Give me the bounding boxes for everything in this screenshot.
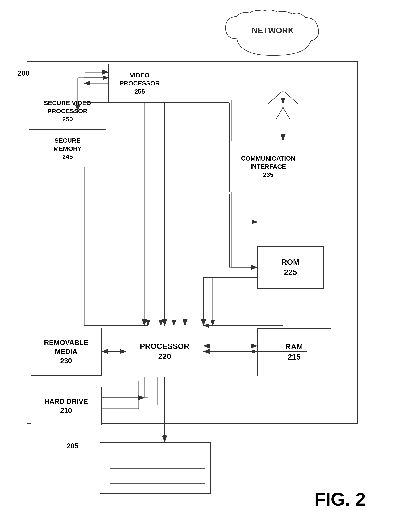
secure-memory-box: SECURE MEMORY 245 [31, 130, 105, 167]
secure-video-processor-box: SECURE VIDEO PROCESSOR 250 [31, 93, 105, 129]
rom-number: 225 [284, 267, 297, 278]
secure-memory-label: SECURE MEMORY [53, 136, 82, 153]
secure-video-processor-label: SECURE VIDEO PROCESSOR [44, 99, 91, 115]
rom-label: ROM [281, 257, 299, 267]
document-box [100, 442, 211, 494]
removable-media-box: REMOVABLE MEDIA 230 [31, 328, 102, 376]
network-cloud: NETWORK [222, 9, 324, 61]
communication-interface-label: COMMUNICATION INTERFACE [241, 154, 295, 171]
communication-interface-number: 235 [263, 171, 274, 179]
communication-interface-box: COMMUNICATION INTERFACE 235 [229, 141, 307, 192]
document-lines-svg [106, 446, 205, 490]
rom-box: ROM 225 [257, 246, 324, 289]
video-processor-number: 255 [134, 87, 145, 95]
secure-memory-number: 245 [62, 153, 73, 161]
processor-label: PROCESSOR [140, 341, 190, 351]
video-processor-box: VIDEO PROCESSOR 255 [108, 64, 171, 103]
figure-label: FIG. 2 [314, 488, 366, 510]
diagram: NETWORK 200 VIDEO PROCESSOR 255 SECURE V… [0, 0, 399, 532]
removable-media-number: 230 [60, 356, 72, 366]
processor-box: PROCESSOR 220 [126, 326, 203, 377]
document-label: 205 [67, 442, 78, 450]
hard-drive-box: HARD DRIVE 210 [31, 386, 102, 425]
video-processor-label: VIDEO PROCESSOR [120, 71, 160, 87]
ram-number: 215 [288, 352, 301, 362]
processor-number: 220 [158, 351, 171, 362]
svg-text:NETWORK: NETWORK [252, 26, 294, 35]
hard-drive-label: HARD DRIVE [44, 397, 88, 406]
ram-box: RAM 215 [257, 328, 331, 376]
secure-video-processor-number: 250 [62, 115, 73, 123]
hard-drive-number: 210 [60, 406, 72, 415]
removable-media-label: REMOVABLE MEDIA [44, 338, 89, 356]
ram-label: RAM [285, 342, 303, 352]
